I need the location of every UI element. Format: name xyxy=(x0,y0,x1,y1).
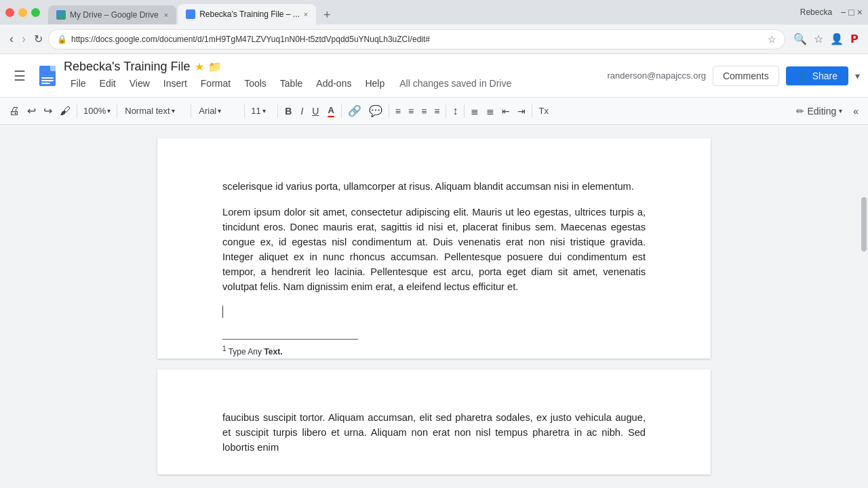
align-center-button[interactable]: ≡ xyxy=(405,102,417,121)
profile-name: Rebecka xyxy=(800,7,832,17)
document-page-1: scelerisque id varius porta, ullamcorper… xyxy=(157,138,711,359)
align-justify-button[interactable]: ≡ xyxy=(431,102,443,121)
line-spacing-button[interactable]: ↕ xyxy=(449,102,461,121)
paragraph-2: Lorem ipsum dolor sit amet, consectetur … xyxy=(222,205,646,294)
drive-tab[interactable]: My Drive – Google Drive × xyxy=(48,5,176,24)
menu-tools[interactable]: Tools xyxy=(237,75,273,92)
browser-top-bar: My Drive – Google Drive × Rebecka's Trai… xyxy=(0,0,868,24)
share-button[interactable]: 👤 Share xyxy=(786,66,848,85)
address-bar[interactable]: 🔒 https://docs.google.com/document/d/1mH… xyxy=(48,29,785,49)
address-star-icon[interactable]: ☆ xyxy=(768,34,776,45)
pinterest-icon[interactable]: 𝗣 xyxy=(848,30,861,48)
doc-scrollbar[interactable] xyxy=(860,125,868,488)
docs-tab-close[interactable]: × xyxy=(304,10,308,18)
lock-icon: 🔒 xyxy=(57,35,67,44)
print-button[interactable]: 🖨 xyxy=(5,102,23,121)
docs-tab[interactable]: Rebecka's Training File – ... × xyxy=(178,4,316,24)
toolbar-separator-9 xyxy=(464,104,465,118)
user-email: randerson@napajccs.org xyxy=(608,70,706,81)
toolbar-separator-1 xyxy=(77,104,77,118)
editing-dropdown[interactable]: ✏ Editing ▾ xyxy=(790,102,848,121)
drive-tab-close[interactable]: × xyxy=(164,11,168,19)
menu-addons[interactable]: Add-ons xyxy=(309,75,358,92)
size-dropdown[interactable]: 11 ▾ xyxy=(248,102,275,121)
menu-format[interactable]: Format xyxy=(194,75,237,92)
share-label: Share xyxy=(812,70,837,81)
collapse-panel-button[interactable]: « xyxy=(849,102,863,121)
undo-button[interactable]: ↩ xyxy=(24,102,39,121)
doc-content-2[interactable]: faucibus suscipit tortor. Aliquam accums… xyxy=(222,410,646,455)
paint-format-button[interactable]: 🖌 xyxy=(56,102,74,121)
star-icon[interactable]: ★ xyxy=(195,60,204,73)
docs-app-icon xyxy=(37,62,58,89)
win-restore-btn[interactable]: □ xyxy=(848,7,854,18)
clear-format-button[interactable]: Tx xyxy=(535,102,551,121)
style-dropdown[interactable]: Normal text ▾ xyxy=(120,102,188,121)
zoom-value: 100% xyxy=(83,106,106,116)
indent-more-button[interactable]: ⇥ xyxy=(514,102,529,121)
bookmark-icon[interactable]: ☆ xyxy=(811,30,826,48)
text-color-button[interactable]: A xyxy=(323,102,338,121)
address-text: https://docs.google.com/document/d/1mH9T… xyxy=(71,35,764,44)
bullet-list-button[interactable]: ≣ xyxy=(483,102,498,121)
style-arrow: ▾ xyxy=(172,107,175,115)
drive-tab-favicon xyxy=(56,10,66,20)
hamburger-menu[interactable]: ☰ xyxy=(8,64,31,88)
style-value: Normal text xyxy=(125,106,170,116)
comment-button[interactable]: 💬 xyxy=(366,102,386,121)
redo-button[interactable]: ↪ xyxy=(40,102,56,121)
menu-view[interactable]: View xyxy=(123,75,157,92)
menu-insert[interactable]: Insert xyxy=(157,75,194,92)
menu-file[interactable]: File xyxy=(64,75,93,92)
doc-content-1[interactable]: scelerisque id varius porta, ullamcorper… xyxy=(222,179,646,317)
font-dropdown[interactable]: Arial ▾ xyxy=(194,102,241,121)
comments-button[interactable]: Comments xyxy=(713,66,779,86)
window-buttons xyxy=(5,8,40,17)
back-button[interactable]: ‹ xyxy=(7,29,16,49)
forward-button[interactable]: › xyxy=(19,29,28,49)
editing-pencil-icon: ✏ xyxy=(796,106,804,117)
underline-button[interactable]: U xyxy=(308,102,323,121)
doc-title[interactable]: Rebecka's Training File xyxy=(64,60,191,74)
numbered-list-button[interactable]: ≣ xyxy=(467,102,482,121)
scrollbar-thumb[interactable] xyxy=(861,197,867,251)
size-arrow: ▾ xyxy=(262,107,266,115)
toolbar-separator-6 xyxy=(341,104,342,118)
bold-button[interactable]: B xyxy=(281,102,296,121)
drive-tab-label: My Drive – Google Drive xyxy=(70,10,159,20)
folder-icon[interactable]: 📁 xyxy=(208,60,222,73)
toolbar-separator-7 xyxy=(389,104,389,118)
profile-area: Rebecka xyxy=(800,7,832,17)
indent-less-button[interactable]: ⇤ xyxy=(498,102,513,121)
refresh-button[interactable]: ↻ xyxy=(31,30,45,48)
menu-help[interactable]: Help xyxy=(358,75,391,92)
link-button[interactable]: 🔗 xyxy=(344,102,365,121)
toolbar-separator-2 xyxy=(117,104,117,118)
toolbar-separator-8 xyxy=(446,104,446,118)
menu-table[interactable]: Table xyxy=(273,75,309,92)
align-left-button[interactable]: ≡ xyxy=(392,102,404,121)
editing-label: Editing xyxy=(807,106,836,117)
menu-edit[interactable]: Edit xyxy=(93,75,123,92)
search-icon[interactable]: 🔍 xyxy=(791,30,810,48)
toolbar: 🖨 ↩ ↪ 🖌 100% ▾ Normal text ▾ Arial ▾ 11 … xyxy=(0,98,868,125)
chevron-down-icon[interactable]: ▾ xyxy=(855,70,860,81)
footnote-1: 1 Type Any Text. xyxy=(222,345,646,357)
nav-right-icons: 🔍 ☆ 👤 𝗣 xyxy=(791,30,861,48)
maximize-window-btn[interactable] xyxy=(31,8,40,17)
font-value: Arial xyxy=(199,106,216,116)
zoom-dropdown[interactable]: 100% ▾ xyxy=(80,102,114,121)
editing-arrow: ▾ xyxy=(839,107,842,115)
align-right-button[interactable]: ≡ xyxy=(418,102,430,121)
new-tab-button[interactable]: + xyxy=(317,5,336,24)
italic-button[interactable]: I xyxy=(296,102,307,121)
minimize-window-btn[interactable] xyxy=(18,8,27,17)
doc-title-row: Rebecka's Training File ★ 📁 xyxy=(64,60,602,74)
win-min-btn[interactable]: − xyxy=(840,7,846,18)
close-window-btn[interactable] xyxy=(5,8,14,17)
win-close-btn[interactable]: × xyxy=(857,7,863,18)
save-status: All changes saved in Drive xyxy=(399,78,511,89)
user-icon[interactable]: 👤 xyxy=(827,30,846,48)
toolbar-separator-4 xyxy=(244,104,245,118)
doc-menu-row: File Edit View Insert Format Tools Table… xyxy=(64,75,602,92)
